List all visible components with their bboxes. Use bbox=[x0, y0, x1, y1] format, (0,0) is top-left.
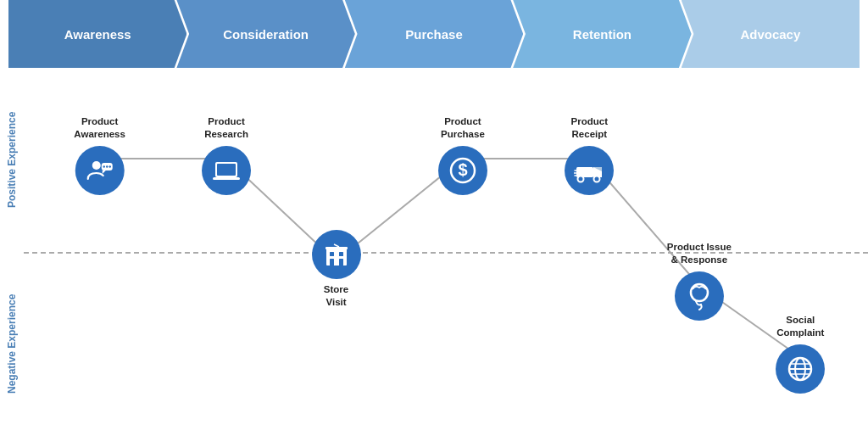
divider-line bbox=[24, 252, 868, 254]
positive-label: Positive Experience bbox=[0, 68, 24, 252]
node-product-awareness: ProductAwareness bbox=[74, 112, 125, 195]
svg-point-0 bbox=[92, 161, 101, 170]
label-store-visit: StoreVisit bbox=[324, 283, 348, 309]
journey-content: ProductAwareness bbox=[24, 68, 868, 436]
label-social-complaint: SocialComplaint bbox=[776, 314, 824, 339]
label-product-research: ProductResearch bbox=[204, 115, 248, 141]
svg-point-4 bbox=[106, 165, 108, 167]
node-product-purchase: ProductPurchase $ bbox=[438, 112, 487, 195]
journey-area: Positive Experience Negative Experience … bbox=[0, 68, 868, 436]
svg-marker-2 bbox=[103, 170, 106, 174]
main-container: Awareness Consideration Purchase Retenti… bbox=[0, 0, 868, 436]
funnel-label-consideration: Consideration bbox=[223, 27, 309, 42]
funnel-step-awareness: Awareness bbox=[8, 0, 186, 68]
svg-line-15 bbox=[334, 244, 339, 247]
circle-product-awareness bbox=[75, 146, 125, 195]
funnel-label-retention: Retention bbox=[573, 27, 632, 42]
circle-social-complaint bbox=[776, 344, 825, 394]
svg-point-21 bbox=[578, 176, 584, 182]
node-product-issue: Product Issue& Response bbox=[667, 238, 732, 321]
funnel-step-consideration: Consideration bbox=[176, 0, 354, 68]
label-product-purchase: ProductPurchase bbox=[441, 115, 485, 141]
svg-point-5 bbox=[108, 165, 110, 167]
svg-rect-10 bbox=[330, 252, 334, 256]
funnel-step-purchase: Purchase bbox=[345, 0, 523, 68]
funnel-bar: Awareness Consideration Purchase Retenti… bbox=[0, 0, 868, 68]
svg-point-22 bbox=[594, 176, 600, 182]
node-social-complaint: SocialComplaint bbox=[776, 310, 825, 394]
svg-rect-14 bbox=[326, 247, 348, 249]
svg-rect-11 bbox=[339, 252, 343, 256]
svg-text:$: $ bbox=[458, 160, 467, 179]
label-product-issue: Product Issue& Response bbox=[667, 241, 732, 266]
positive-label-text: Positive Experience bbox=[6, 112, 18, 208]
label-product-awareness: ProductAwareness bbox=[74, 115, 125, 141]
negative-label-text: Negative Experience bbox=[6, 294, 18, 394]
svg-point-3 bbox=[103, 165, 104, 167]
node-product-research: ProductResearch bbox=[202, 112, 251, 195]
circle-product-research bbox=[202, 146, 251, 195]
svg-rect-8 bbox=[213, 177, 240, 180]
circle-product-purchase: $ bbox=[438, 146, 487, 195]
funnel-label-awareness: Awareness bbox=[64, 27, 131, 42]
funnel-label-purchase: Purchase bbox=[405, 27, 463, 42]
svg-rect-7 bbox=[217, 164, 236, 176]
funnel-step-advocacy: Advocacy bbox=[682, 0, 860, 68]
circle-store-visit bbox=[312, 230, 361, 279]
negative-label: Negative Experience bbox=[0, 252, 24, 436]
funnel-label-advocacy: Advocacy bbox=[740, 27, 800, 42]
circle-product-receipt bbox=[565, 146, 614, 195]
node-product-receipt: ProductReceipt bbox=[565, 112, 614, 195]
funnel-step-retention: Retention bbox=[513, 0, 691, 68]
label-product-receipt: ProductReceipt bbox=[571, 115, 608, 141]
circle-product-issue bbox=[675, 271, 724, 321]
node-store-visit: StoreVisit bbox=[312, 230, 361, 309]
svg-rect-12 bbox=[330, 259, 334, 266]
svg-rect-9 bbox=[326, 249, 347, 266]
svg-rect-13 bbox=[339, 259, 343, 266]
